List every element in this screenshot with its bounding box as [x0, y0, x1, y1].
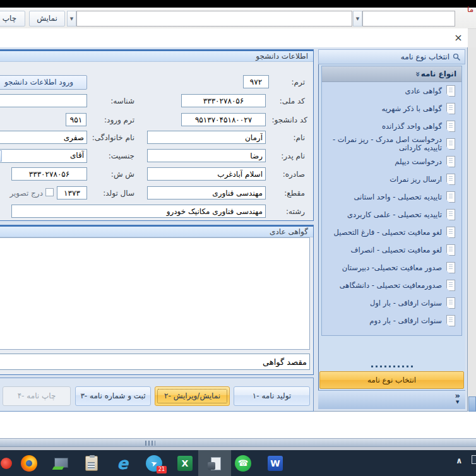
view-edit-letter-button[interactable]: ۲- نمایش/ویرایش	[155, 386, 230, 406]
pin-icon	[453, 53, 461, 61]
excel-taskbar-button[interactable]: X	[170, 450, 200, 476]
firefox-taskbar-button[interactable]	[14, 450, 44, 476]
major-input[interactable]	[11, 205, 266, 218]
firefox-icon	[21, 455, 37, 472]
clipboard-taskbar-button[interactable]	[76, 450, 107, 476]
telegram-taskbar-button[interactable]: ➤21	[139, 450, 169, 476]
national-code-label: کد ملی:	[280, 97, 305, 105]
word-taskbar-button[interactable]: W	[260, 450, 290, 476]
letter-type-item[interactable]: سنوات ارفاقی - بار دوم	[322, 312, 461, 330]
letter-type-item[interactable]: لغو معافیت تحصیلی - فارغ التحصیل	[322, 223, 461, 241]
letter-items-container: گواهی عادیگواهی با ذکر شهریهگواهی واحد گ…	[322, 82, 461, 330]
expand-panel-icon[interactable]: » ▼	[455, 392, 460, 406]
ie-taskbar-button[interactable]: e	[107, 450, 138, 476]
view-button[interactable]: نمایش	[29, 11, 65, 27]
birth-year-input[interactable]	[57, 186, 87, 199]
letter-type-item[interactable]: درخواست دیپلم	[322, 153, 461, 170]
father-name-input[interactable]	[147, 149, 266, 162]
birth-cert-no-input[interactable]	[11, 167, 87, 181]
letter-type-item[interactable]: گواهی عادی	[322, 82, 461, 100]
first-name-input[interactable]	[147, 131, 266, 144]
taskbar-edge-icon[interactable]	[472, 455, 476, 464]
letter-type-item[interactable]: تاییدیه تحصیلی - واحد استانی	[322, 188, 461, 206]
letter-type-label: صدورمعافیت تحصیلی - دانشگاهی	[340, 282, 442, 290]
letter-type-item[interactable]: ارسال ریز نمرات	[322, 170, 461, 188]
collapse-icon[interactable]: «	[414, 71, 423, 76]
toolbar-edge-label: ما	[467, 5, 476, 14]
dropdown-icon[interactable]: ▼	[0, 150, 2, 162]
scroll-widget[interactable]	[468, 396, 476, 412]
start-partial-icon	[1, 458, 12, 469]
certificate-destination-input[interactable]	[0, 354, 310, 370]
toolbar-combo-2[interactable]	[362, 11, 455, 27]
father-name-label: نام پدر:	[281, 152, 305, 160]
generate-letter-button[interactable]: ۱- تولید نامه	[234, 386, 310, 406]
letter-type-item[interactable]: صدور معافیت تحصیلی- دبیرستان	[322, 259, 461, 277]
certificate-text-area[interactable]	[0, 237, 310, 350]
entry-term-input[interactable]	[66, 113, 86, 126]
last-name-label: نام خانوادگی:	[92, 133, 134, 142]
document-icon	[446, 85, 455, 97]
register-number-letter-button[interactable]: ۳- ثبت و شماره نامه	[75, 386, 151, 406]
level-label: مقطع:	[284, 189, 305, 198]
letter-type-item[interactable]: سنوات ارفاقی - بار اول	[322, 294, 461, 312]
last-name-input[interactable]	[0, 131, 87, 144]
level-input[interactable]	[147, 186, 266, 199]
student-code-label: کد دانشجو:	[271, 116, 307, 124]
pc-icon	[52, 457, 68, 470]
term-input[interactable]	[243, 75, 269, 88]
student-info-title: اطلاعات دانشجو	[0, 50, 313, 62]
select-letter-type-button[interactable]: انتخاب نوع نامه	[319, 371, 464, 389]
student-code-input[interactable]	[181, 113, 266, 126]
national-code-input[interactable]	[181, 94, 266, 107]
letter-type-label: گواهی با ذکر شهریه	[381, 105, 442, 113]
document-icon	[446, 209, 455, 220]
dialog-titlebar	[0, 28, 468, 47]
letter-type-item[interactable]: گواهی واحد گذرانده	[322, 117, 461, 135]
print-letter-button: ۴- چاپ نامه	[3, 386, 71, 406]
horizontal-splitter[interactable]	[0, 438, 476, 447]
letter-type-item[interactable]: گواهی با ذکر شهریه	[322, 100, 461, 117]
gender-value: آقای	[70, 151, 84, 160]
document-icon	[446, 103, 455, 114]
print-button[interactable]: چاپ	[0, 11, 25, 27]
letters-app-taskbar-button[interactable]	[198, 450, 231, 476]
insert-photo-checkbox[interactable]	[45, 188, 54, 196]
document-icon	[446, 156, 455, 167]
id-label: شناسه:	[110, 97, 134, 105]
birth-year-label: سال تولد:	[103, 189, 134, 198]
combo-dropdown-icon[interactable]: ▼	[353, 11, 362, 27]
letter-type-item[interactable]: تاییدیه تحصیلی - علمی کاربردی	[322, 206, 461, 223]
taskbar-overflow-chevron-icon[interactable]: ∧	[456, 456, 463, 465]
panel-splitter-handle[interactable]	[321, 364, 462, 369]
toolbar-combo-1[interactable]	[76, 11, 352, 27]
letter-type-item[interactable]: لغو معافیت تحصیلی - انصراف	[322, 241, 461, 259]
whatsapp-taskbar-button[interactable]: ☎	[228, 450, 258, 476]
clipboard-icon	[85, 456, 98, 471]
letter-type-label: لغو معافیت تحصیلی - انصراف	[350, 246, 442, 254]
close-icon[interactable]: ×	[451, 32, 466, 45]
letter-group-title: انواع نامه	[421, 69, 456, 78]
letter-panel-header: انتخاب نوع نامه	[318, 49, 465, 64]
letters-app-icon	[207, 456, 222, 471]
top-black-bar	[0, 0, 476, 8]
telegram-icon: ➤21	[146, 455, 162, 472]
screen: چاپ نمایش ▼ ▼ ما × انتخاب نوع نامه انواع…	[0, 0, 476, 476]
gender-select[interactable]: آقای ▼	[0, 149, 87, 163]
notification-badge: 21	[157, 466, 167, 473]
enter-student-info-button[interactable]: ورود اطلاعات دانشجو	[0, 75, 87, 90]
splitter-dots	[371, 366, 413, 367]
pc-taskbar-button[interactable]	[45, 450, 75, 476]
letter-type-label: تاییدیه تحصیلی - واحد استانی	[354, 193, 443, 201]
letter-type-label: سنوات ارفاقی - بار دوم	[369, 317, 442, 325]
letter-type-item[interactable]: - درخواست اصل مدرک - ریز نمرات تاییدیه ک…	[322, 135, 461, 153]
letter-group-header[interactable]: انواع نامه «	[322, 66, 461, 82]
id-input[interactable]	[0, 94, 87, 107]
letter-type-label: گواهی عادی	[405, 87, 442, 95]
document-icon	[446, 191, 455, 203]
combo-dropdown-icon[interactable]: ▼	[67, 11, 76, 27]
entry-term-label: ترم ورود:	[104, 116, 134, 124]
letter-type-item[interactable]: صدورمعافیت تحصیلی - دانشگاهی	[322, 277, 461, 294]
issued-at-input[interactable]	[147, 167, 266, 181]
letter-panel-title: انتخاب نوع نامه	[401, 50, 449, 64]
